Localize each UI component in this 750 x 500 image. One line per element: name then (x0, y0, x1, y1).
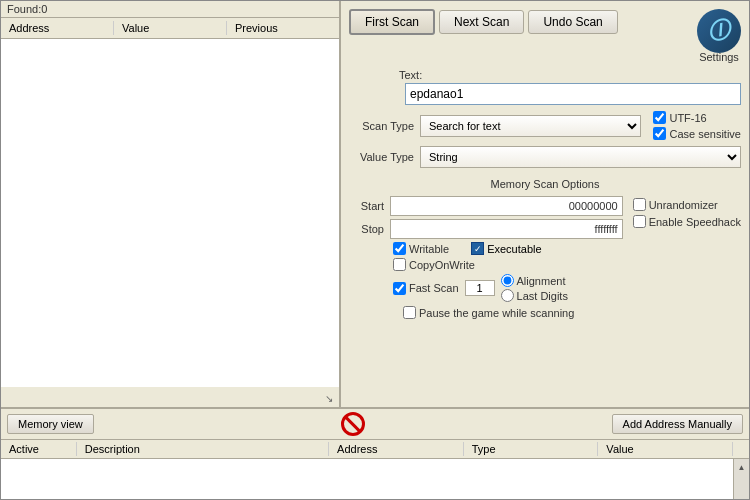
start-input[interactable] (390, 196, 623, 216)
app-logo: Ⓘ (697, 9, 741, 53)
alignment-radio-label[interactable]: Alignment (501, 274, 568, 287)
copyonwrite-label: CopyOnWrite (409, 259, 475, 271)
case-sensitive-checkbox[interactable] (653, 127, 666, 140)
left-panel: Found:0 Address Value Previous ↘ (1, 1, 341, 407)
writable-label: Writable (409, 243, 449, 255)
pause-checkbox[interactable] (403, 306, 416, 319)
next-scan-button[interactable]: Next Scan (439, 10, 524, 34)
alignment-radio[interactable] (501, 274, 514, 287)
scan-type-row: Scan Type Search for text Exact value UT… (349, 111, 741, 140)
start-row: Start (349, 196, 623, 216)
scroll-up-arrow[interactable]: ▲ (736, 461, 748, 474)
text-field-row: Text: (349, 69, 741, 81)
resize-handle[interactable]: ↘ (1, 387, 339, 407)
resize-icon: ↘ (325, 393, 337, 405)
bottom-bar: Memory view Add Address Manually Active … (1, 407, 749, 499)
case-sensitive-label: Case sensitive (669, 128, 741, 140)
executable-check-icon: ✓ (474, 244, 482, 254)
bottom-table-header: Active Description Address Type Value (1, 440, 749, 459)
stop-input[interactable] (390, 219, 623, 239)
no-attach-icon (341, 412, 365, 436)
case-sensitive-checkbox-label[interactable]: Case sensitive (653, 127, 741, 140)
fast-scan-row: Fast Scan Alignment Last Digits (393, 274, 623, 302)
memory-btn-row: Memory view Add Address Manually (1, 409, 749, 439)
writable-checkbox[interactable] (393, 242, 406, 255)
last-digits-radio[interactable] (501, 289, 514, 302)
alignment-radio-group: Alignment Last Digits (501, 274, 568, 302)
right-panel: First Scan Next Scan Undo Scan Ⓘ Setting… (341, 1, 749, 407)
main-window: Found:0 Address Value Previous ↘ First S… (0, 0, 750, 500)
col-value: Value (114, 21, 227, 35)
executable-label: Executable (487, 243, 541, 255)
pause-checkbox-label[interactable]: Pause the game while scanning (403, 306, 741, 319)
text-label: Text: (399, 69, 422, 81)
executable-cb-box: ✓ (471, 242, 484, 255)
value-type-label: Value Type (349, 151, 414, 163)
col-address: Address (1, 21, 114, 35)
bottom-table: Active Description Address Type Value ▲ (1, 439, 749, 499)
pause-row: Pause the game while scanning (403, 306, 741, 319)
start-label: Start (349, 200, 384, 212)
utf16-label: UTF-16 (669, 112, 706, 124)
stop-label: Stop (349, 223, 384, 235)
col-previous: Previous (227, 21, 339, 35)
scan-type-select[interactable]: Search for text Exact value (420, 115, 641, 137)
scan-buttons: First Scan Next Scan Undo Scan (349, 9, 618, 35)
value-type-select[interactable]: String Byte (420, 146, 741, 168)
settings-label[interactable]: Settings (699, 51, 739, 63)
bottom-col-description: Description (77, 442, 329, 456)
found-bar: Found:0 (1, 1, 339, 18)
unrandomizer-checkbox[interactable] (633, 198, 646, 211)
writable-checkbox-label[interactable]: Writable (393, 242, 449, 255)
memory-view-button[interactable]: Memory view (7, 414, 94, 434)
last-digits-radio-label[interactable]: Last Digits (501, 289, 568, 302)
unrandomizer-label: Unrandomizer (649, 199, 718, 211)
value-type-row: Value Type String Byte (349, 146, 741, 168)
options-columns: Start Stop Writable (349, 196, 741, 302)
fast-scan-number[interactable] (465, 280, 495, 296)
copyonwrite-row: CopyOnWrite (393, 258, 623, 271)
table-body (1, 39, 339, 387)
bottom-col-active: Active (1, 442, 77, 456)
fast-scan-checkbox[interactable] (393, 282, 406, 295)
fast-scan-checkbox-label[interactable]: Fast Scan (393, 282, 459, 295)
bottom-col-address: Address (329, 442, 464, 456)
main-content: Found:0 Address Value Previous ↘ First S… (1, 1, 749, 407)
options-right: Unrandomizer Enable Speedhack (633, 196, 741, 302)
alignment-label: Alignment (517, 275, 566, 287)
undo-scan-button[interactable]: Undo Scan (528, 10, 617, 34)
bottom-table-body (1, 459, 733, 499)
fast-scan-label: Fast Scan (409, 282, 459, 294)
bottom-scrollbar[interactable]: ▲ (733, 459, 749, 499)
utf-checkbox-group: UTF-16 Case sensitive (653, 111, 741, 140)
pause-label: Pause the game while scanning (419, 307, 574, 319)
utf16-checkbox-label[interactable]: UTF-16 (653, 111, 741, 124)
found-label: Found:0 (7, 3, 47, 15)
bottom-table-body-wrapper: ▲ (1, 459, 749, 499)
copyonwrite-checkbox-label[interactable]: CopyOnWrite (393, 258, 475, 271)
enable-speedhack-checkbox-label[interactable]: Enable Speedhack (633, 215, 741, 228)
executable-wrapper: ✓ Executable (471, 242, 541, 255)
scroll-spacer (733, 442, 749, 456)
scan-type-label: Scan Type (349, 120, 414, 132)
no-symbol-wrapper (98, 412, 608, 436)
add-address-button[interactable]: Add Address Manually (612, 414, 743, 434)
stop-row: Stop (349, 219, 623, 239)
table-header: Address Value Previous (1, 18, 339, 39)
last-digits-label: Last Digits (517, 290, 568, 302)
executable-checkbox-label[interactable]: ✓ Executable (471, 242, 541, 255)
first-scan-button[interactable]: First Scan (349, 9, 435, 35)
memory-scan-title: Memory Scan Options (349, 178, 741, 190)
copyonwrite-checkbox[interactable] (393, 258, 406, 271)
utf16-checkbox[interactable] (653, 111, 666, 124)
unrandomizer-checkbox-label[interactable]: Unrandomizer (633, 198, 741, 211)
writable-row: Writable ✓ Executable (393, 242, 623, 255)
enable-speedhack-label: Enable Speedhack (649, 216, 741, 228)
text-input[interactable] (405, 83, 741, 105)
enable-speedhack-checkbox[interactable] (633, 215, 646, 228)
logo-icon: Ⓘ (706, 14, 733, 47)
options-left: Start Stop Writable (349, 196, 623, 302)
bottom-col-type: Type (464, 442, 599, 456)
text-input-row (349, 83, 741, 105)
bottom-col-value: Value (598, 442, 733, 456)
